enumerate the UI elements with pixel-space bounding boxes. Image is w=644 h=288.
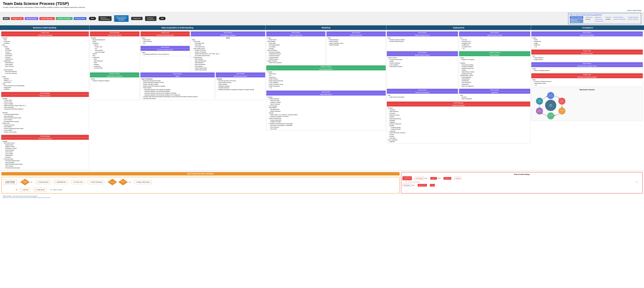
flow-data-acquisition: Data Acquisition &UnderstandingModeling — [114, 15, 129, 22]
svg-point-9 — [558, 108, 566, 115]
header: Team Data Science Process (TDSP) An agil… — [0, 0, 644, 9]
svg-text:Business: Business — [549, 94, 552, 95]
wf-arrow4: → — [69, 181, 70, 183]
svg-text:Customer: Customer — [538, 110, 541, 111]
card-ds-provision: Data Scientist Provision Compute Assets … — [140, 46, 190, 56]
svg-marker-24 — [118, 179, 128, 185]
wf-no-label: No — [16, 189, 18, 190]
flow-customer: CustomerAcceptance — [145, 16, 156, 21]
card-sa-architecture: Solution Architect Solution Data Archite… — [90, 72, 140, 100]
ml-col-anomaly: Anomaly Detection — [626, 16, 640, 18]
card-role-idear: Data Scientist — [140, 73, 215, 75]
card-role-finalize: Data Scientist — [387, 89, 458, 91]
provision-col: Project Lead Provision Data Infrastructu… — [140, 31, 190, 72]
card-body-dashboard: Tools • BI Tools • Data Visualization — [459, 94, 530, 100]
wf-arrow6: → — [105, 181, 107, 183]
card-title-feature: Feature Engineering — [266, 34, 326, 36]
project-lead-btn[interactable]: Project Lead — [11, 17, 24, 20]
data-acq-row2: Solution Architect Solution Data Archite… — [90, 72, 265, 100]
card-model-dev: Data Scientist Model Development Tasks: … — [326, 31, 386, 65]
card-role-model-report: Data Scientist — [266, 91, 386, 93]
card-role-feature: Data Scientist — [266, 32, 326, 34]
card-decommission: Data Scientist Decommission Compute Asse… — [531, 62, 643, 72]
card-checkpoint: Project Lead Checkpoint Project Task • S… — [531, 50, 643, 61]
flow-business: BusinessUnderstanding — [98, 16, 112, 21]
card-body-compute: Output • Computing Machine/VM, Server, P… — [140, 51, 190, 56]
card-role-summary: Data Scientist — [216, 73, 265, 75]
ct-pull-request: Pull Request — [402, 184, 411, 187]
bottom-section: Data Project Execution Workflow 1. Sprin… — [0, 171, 644, 195]
card-body-transition: Tasks • Provision Production Resource • … — [531, 78, 643, 87]
ml-col-regression: Regression — [594, 16, 604, 18]
ct-fail-labels: Fail ↑ (back to Local Machine) Fail ↑ — [402, 181, 641, 183]
ct-unit-test: Unit Test — [454, 177, 461, 180]
phase-data-acquisition: Data Acquisition & Understanding — [90, 26, 266, 30]
svg-text:?: ? — [123, 182, 123, 183]
footer-official: Official Website - Team Data Science Pro… — [3, 195, 37, 197]
card-title-checkpoint: Checkpoint Project — [531, 52, 643, 55]
wf-review: 8. Review — [108, 179, 117, 186]
svg-text:Approve: Approve — [121, 181, 125, 182]
wf-pull-request: 7. Create Pull Request — [88, 180, 104, 184]
data-scientist-btn[interactable]: Data Scientist — [25, 17, 38, 20]
card-title-decommission: Decommission Compute Assets — [531, 65, 643, 67]
card-body-provision: Output • Data Source • Data Dictionary •… — [140, 36, 190, 45]
svg-text:Acceptance: Acceptance — [537, 111, 542, 112]
card-role-pl-provision: Project Lead — [140, 32, 190, 34]
card-role-model-service: Data Scientist — [459, 32, 530, 34]
svg-point-0 — [545, 100, 556, 111]
wf-arrow9: → — [31, 189, 32, 191]
card-title-model-dev: Model Development — [326, 34, 386, 36]
code-testing-title: Flow of Code Testing — [402, 173, 641, 175]
card-role-decommission: Data Scientist — [531, 62, 643, 65]
col-modeling: Data Scientist Feature Engineering Outpu… — [266, 31, 386, 170]
card-ds-ingest: Data Scientist Data Ingestion & Explore … — [191, 31, 265, 72]
card-monitor: Data Scientist Monitor Health & Metrics … — [387, 51, 458, 88]
card-role-sa: Solution Architect — [90, 73, 139, 75]
wf-arrow1: → — [18, 181, 19, 183]
card-title-model-service: Model & Service Testing — [459, 34, 530, 36]
svg-point-13 — [536, 108, 543, 115]
wf-existing-task: Existing Task? — [20, 179, 30, 186]
card-idear: Data Scientist IDEAR Step & Techniques •… — [140, 72, 215, 100]
ml-col-clustering: Clustering — [604, 16, 612, 18]
card-lifecycle: Data Science Lifecycle Data Science Busi… — [531, 88, 643, 121]
ml-additional: AdditionalRequirements — [570, 19, 583, 23]
card-body-deploy-scoring: Task • Develop Inference Pipeline • Deve… — [387, 36, 458, 43]
wf-arrow8: ↓ — [18, 189, 19, 191]
card-title-data-dict: Create Data Dictionary — [1, 137, 89, 140]
card-deploy-scoring: Data Scientist Deploy Scoring Process Ta… — [387, 31, 458, 50]
card-title-check-final: Check in Final Artifacts — [531, 34, 643, 36]
card-title-compute: Provision Compute Assets — [140, 49, 190, 51]
roles-bar: Roles Project Lead Data Scientist Projec… — [0, 12, 644, 25]
ct-merge-branch: Merge Branch — [418, 184, 427, 187]
solution-architect-btn[interactable]: Solution Architect — [56, 17, 72, 20]
card-title-model-report: Make Model Report — [266, 93, 386, 96]
card-finalize: Data Scientist Finalize Documentation Ta… — [387, 89, 458, 101]
wf-merge: 9. Merge, Delete Branch — [134, 180, 152, 184]
ml-col-recommendation: Recommendation — [612, 16, 627, 18]
svg-marker-19 — [20, 179, 30, 185]
wf-no-label2: No ↑ (back to review) — [50, 189, 62, 190]
ct-pass2: Pass — [412, 185, 415, 186]
card-role-project-lead: Project Lead — [1, 32, 89, 34]
wf-add-modify: 5. Add/Modify Files — [54, 180, 68, 184]
card-role-ds-provision: Data Scientist — [140, 46, 190, 49]
card-title-sa-arch: Solution Data Architecture — [90, 75, 139, 77]
code-testing-section: Flow of Code Testing Local MachineDevelo… — [401, 172, 643, 193]
card-body-data-dict: Template • Raw Data Sources - Dataset Na… — [1, 140, 89, 170]
project-manager-btn[interactable]: Project Manager — [40, 17, 55, 20]
ct-push: Push — [438, 178, 440, 179]
page-title: Team Data Science Process (TDSP) — [3, 2, 641, 6]
card-feature-eng: Data Scientist Feature Engineering Outpu… — [266, 31, 326, 65]
ml-box-title: How to select machine learning algorithm… — [570, 14, 640, 16]
card-body-monitor: Health & Metrics • Accuracy of New Data … — [387, 56, 458, 68]
card-pm-charter: Project Manager Create Project Charter T… — [90, 31, 140, 72]
phase-deployment: Deployment — [386, 26, 531, 30]
card-body-model-report: Template • Analytic Approach - Inference… — [266, 96, 386, 131]
svg-point-11 — [547, 112, 554, 119]
card-project-manager-make-data: Project Manager Make Data Source Templat… — [1, 92, 89, 134]
card-body-model-service: Test • Unit Test • Functional Test • Int… — [459, 36, 530, 50]
author: Author: AdamChang — [0, 9, 644, 12]
svg-text:Acquisition: Acquisition — [537, 101, 542, 102]
